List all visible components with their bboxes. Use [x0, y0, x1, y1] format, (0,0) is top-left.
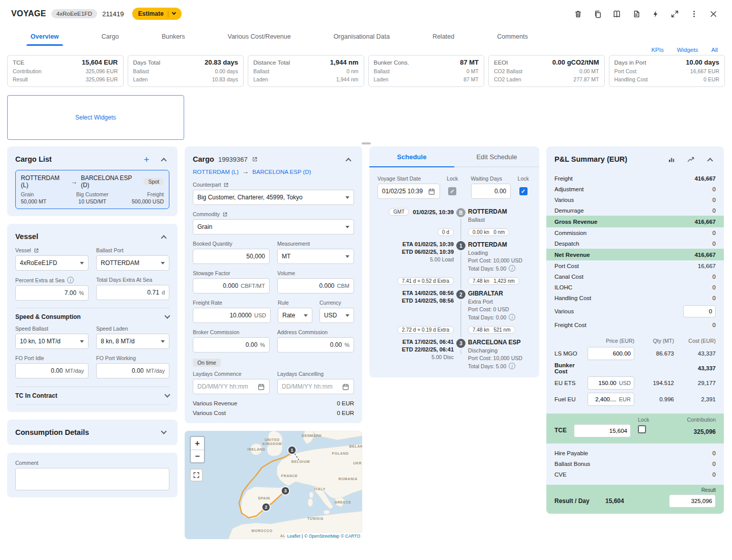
quick-action-button[interactable]	[648, 6, 663, 21]
ls-mgo-price-input[interactable]	[591, 350, 631, 357]
tab-related[interactable]: Related	[411, 27, 476, 46]
cargo-freight-label: Freight	[119, 191, 164, 197]
info-icon[interactable]	[509, 265, 515, 272]
fuel-eu-price-input[interactable]	[591, 396, 617, 402]
external-link-icon[interactable]	[222, 212, 228, 217]
laydays-commence-input[interactable]	[197, 383, 254, 390]
add-cargo-button[interactable]: +	[141, 154, 152, 165]
collapse-pnl-button[interactable]	[705, 154, 716, 165]
calendar-icon[interactable]	[257, 383, 265, 391]
address-commission-input[interactable]	[282, 341, 342, 348]
leaflet-link[interactable]: Leaflet	[287, 534, 301, 539]
tab-bunkers[interactable]: Bunkers	[140, 27, 207, 46]
pnl-trend-chart-button[interactable]	[685, 154, 696, 165]
consumption-details-title: Consumption Details	[15, 428, 89, 436]
load-amount: 5.00 Load	[430, 256, 454, 262]
tab-cargo[interactable]: Cargo	[80, 27, 140, 46]
currency-select[interactable]: USD	[319, 308, 354, 323]
tce-lock-checkbox[interactable]	[638, 425, 646, 433]
booked-quantity-input[interactable]	[197, 253, 265, 260]
map-zoom-out-button[interactable]: −	[191, 450, 204, 462]
volume-input[interactable]	[282, 282, 335, 289]
collapse-cargo-panel-button[interactable]	[343, 154, 354, 165]
tab-overview[interactable]: Overview	[9, 27, 80, 46]
fo-port-working-input[interactable]	[101, 367, 143, 374]
result-input[interactable]	[672, 498, 712, 504]
stowage-factor-input[interactable]	[197, 282, 238, 289]
waiting-days-input[interactable]	[476, 188, 507, 195]
cargo-list-item[interactable]: ROTTERDAM (L) → BARCELONA ESP (D) Spot G…	[15, 170, 169, 209]
calendar-icon[interactable]	[428, 188, 435, 195]
tab-organisational-data[interactable]: Organisational Data	[312, 27, 411, 46]
eu-ets-price-input[interactable]	[591, 380, 617, 386]
tab-schedule[interactable]: Schedule	[369, 146, 454, 166]
collapse-vessel-button[interactable]	[158, 231, 169, 242]
calendar-icon[interactable]	[342, 383, 349, 391]
expand-button[interactable]	[667, 6, 682, 21]
filter-widgets[interactable]: Widgets	[677, 47, 698, 53]
resize-handle[interactable]	[362, 142, 371, 144]
tab-comments[interactable]: Comments	[476, 27, 549, 46]
external-link-icon[interactable]	[223, 182, 229, 188]
info-icon[interactable]	[509, 363, 515, 369]
tab-edit-schedule[interactable]: Edit Schedule	[454, 146, 539, 166]
collapse-cargo-list-button[interactable]	[158, 154, 169, 165]
various-cost-input[interactable]	[683, 305, 716, 317]
laydays-cancelling-input[interactable]	[282, 383, 339, 390]
osm-link[interactable]: © OpenStreetMap	[304, 534, 339, 539]
tce-band: TCE Lock Contribution 325,096	[546, 414, 724, 444]
destination-port-link[interactable]: BARCELONA ESP (D)	[252, 169, 311, 175]
various-revenue-label: Various Revenue	[193, 400, 237, 406]
journal-button[interactable]	[609, 6, 624, 21]
broker-commission-input[interactable]	[197, 341, 257, 348]
leg-speed-badge: 7.48 kn 521 nm	[468, 326, 515, 334]
tab-various-cost-revenue[interactable]: Various Cost/Revenue	[207, 27, 312, 46]
filter-kpis[interactable]: KPIs	[651, 47, 663, 53]
tc-in-contract-section-toggle[interactable]: TC In Contract	[15, 387, 169, 405]
ballast-port-select[interactable]: ROTTERDAM	[96, 255, 169, 271]
info-icon[interactable]	[509, 314, 515, 320]
close-button[interactable]	[706, 6, 721, 21]
on-time-badge: On time	[193, 359, 221, 367]
percent-extra-input[interactable]	[20, 289, 76, 297]
port-activity: Discharging	[468, 347, 497, 353]
route-map[interactable]: UNITED KINGDOM IRELAND DENMARK POLAND BE…	[185, 431, 362, 539]
rule-select[interactable]: Rate	[278, 308, 312, 323]
speed-laden-select[interactable]: 8 kn, 8 MT/d	[96, 334, 169, 349]
voyage-start-date-input[interactable]	[382, 188, 425, 195]
speed-consumption-section-toggle[interactable]: Speed & Consumption	[15, 308, 169, 321]
origin-port-link[interactable]: ROTTERDAM (L)	[193, 169, 239, 175]
fo-port-idle-input[interactable]	[20, 367, 63, 374]
map-fullscreen-button[interactable]	[190, 468, 203, 482]
carto-link[interactable]: © CARTO	[341, 534, 360, 539]
pdf-icon	[632, 10, 640, 18]
waiting-days-lock-checkbox[interactable]	[519, 187, 528, 195]
tce-input[interactable]	[577, 428, 627, 434]
total-days-extra-input[interactable]	[101, 289, 159, 296]
external-link-icon[interactable]	[252, 156, 258, 162]
pnl-bar-chart-button[interactable]	[666, 154, 677, 165]
select-widgets-link[interactable]: Select Widgets	[75, 114, 116, 121]
external-link-icon[interactable]	[34, 248, 39, 253]
info-icon[interactable]	[67, 277, 74, 283]
freight-rate-input[interactable]	[197, 312, 252, 319]
commodity-select[interactable]: Grain	[193, 219, 354, 234]
estimate-button[interactable]: Estimate	[132, 8, 182, 20]
more-options-button[interactable]	[686, 6, 701, 21]
caret-down-icon	[80, 262, 84, 264]
port-cost: Port Cost: 10,000 USD	[468, 257, 522, 263]
map-label: SPAIN	[258, 496, 270, 500]
speed-ballast-select[interactable]: 10 kn, 10 MT/d	[15, 334, 89, 349]
vessel-select[interactable]: 4xRoEeE1FD	[15, 255, 89, 271]
measurement-select[interactable]: MT	[277, 249, 354, 264]
counterpart-select[interactable]: Big Customer, Charterer, 45999, Tokyo	[193, 190, 354, 205]
export-pdf-button[interactable]	[628, 6, 643, 21]
map-zoom-in-button[interactable]: +	[191, 437, 204, 450]
voyage-start-lock-checkbox[interactable]	[448, 187, 456, 195]
delete-button[interactable]	[570, 6, 585, 21]
chevron-up-icon	[161, 158, 166, 163]
expand-consumption-details-button[interactable]	[158, 427, 169, 438]
copy-button[interactable]	[590, 6, 605, 21]
filter-all[interactable]: All	[711, 47, 718, 53]
comment-input[interactable]	[15, 468, 169, 490]
